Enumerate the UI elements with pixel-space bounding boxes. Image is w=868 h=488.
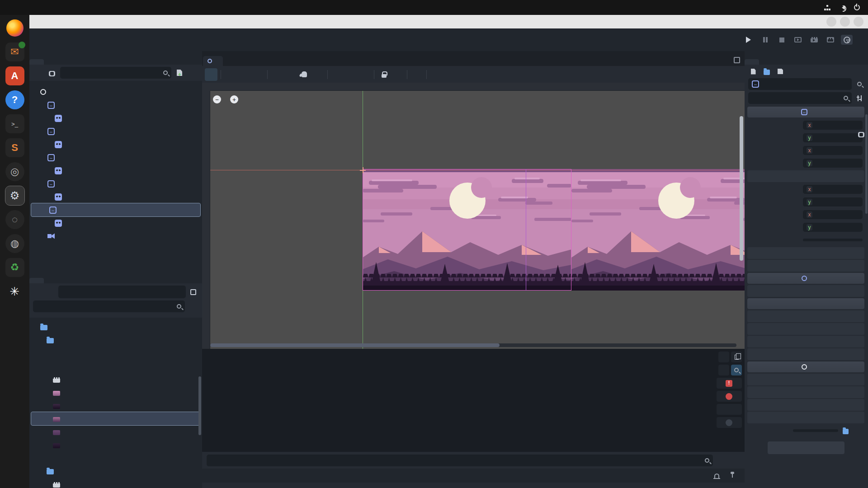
lock-button[interactable] bbox=[377, 68, 390, 81]
history-forward-icon[interactable] bbox=[841, 66, 851, 76]
category-canvasitem[interactable] bbox=[747, 298, 864, 309]
tab-script[interactable] bbox=[444, 38, 453, 42]
rotate-tool-button[interactable] bbox=[238, 68, 250, 81]
smart-snap-button[interactable] bbox=[331, 68, 344, 81]
prop-script[interactable] bbox=[746, 424, 865, 437]
section-repeat[interactable] bbox=[747, 170, 864, 182]
origin-gizmo[interactable] bbox=[360, 167, 366, 173]
window-titlebar[interactable] bbox=[29, 15, 868, 28]
category-parallax2d[interactable] bbox=[747, 107, 864, 117]
scroll-offset-y-field[interactable]: y bbox=[803, 159, 863, 168]
dock-mail[interactable]: ✉ bbox=[5, 42, 24, 61]
tab-3d[interactable] bbox=[431, 38, 440, 42]
node-selector-dropdown[interactable] bbox=[748, 78, 852, 90]
dock-settings[interactable]: ⚙ bbox=[5, 186, 24, 205]
tree-node-sprite[interactable] bbox=[29, 190, 202, 203]
autoscroll-y-field[interactable]: y bbox=[803, 223, 863, 232]
dock-app-3[interactable]: ◍ bbox=[5, 234, 24, 253]
toggle-messages[interactable] bbox=[717, 417, 742, 428]
snap-options-icon[interactable] bbox=[358, 68, 371, 81]
file-row[interactable] bbox=[29, 425, 202, 438]
file-row[interactable] bbox=[29, 451, 202, 465]
tab-history[interactable] bbox=[774, 59, 788, 65]
dock-help[interactable]: ? bbox=[5, 90, 24, 109]
network-icon[interactable] bbox=[824, 5, 830, 10]
category-node2d[interactable] bbox=[747, 273, 864, 284]
toggle-warnings[interactable] bbox=[717, 404, 742, 415]
filesystem-scrollbar[interactable] bbox=[198, 376, 201, 435]
property-tools-button[interactable] bbox=[854, 93, 864, 103]
open-docs-button[interactable] bbox=[854, 79, 864, 89]
tree-node-parallax-foreground-tree[interactable] bbox=[31, 203, 200, 216]
tab-node[interactable] bbox=[759, 59, 774, 65]
section-transform[interactable] bbox=[747, 285, 864, 297]
play-button[interactable] bbox=[743, 35, 755, 45]
play-current-scene-button[interactable] bbox=[808, 35, 820, 45]
dock-terminal[interactable]: >_ bbox=[5, 114, 24, 133]
tree-node-parallax-bg[interactable] bbox=[29, 99, 202, 112]
edit-history-icon[interactable] bbox=[854, 66, 864, 76]
fs-forward-button[interactable] bbox=[46, 286, 57, 297]
zoom-in-button[interactable]: + bbox=[230, 95, 238, 103]
tree-node-parallax-montain-far[interactable] bbox=[29, 125, 202, 138]
toggle-errors[interactable] bbox=[717, 391, 742, 402]
menu-project[interactable] bbox=[40, 37, 51, 42]
file-row-selected[interactable] bbox=[31, 412, 200, 425]
dock-recycle[interactable]: ♻ bbox=[5, 258, 24, 277]
dock-firefox[interactable] bbox=[5, 19, 24, 38]
group-button[interactable] bbox=[391, 68, 404, 81]
file-row[interactable] bbox=[29, 333, 202, 347]
prop-repeat-size[interactable]: x bbox=[746, 183, 865, 196]
play-scene-button[interactable] bbox=[792, 35, 804, 45]
section-editor-description[interactable] bbox=[747, 412, 864, 423]
prop-scroll-offset[interactable]: x bbox=[746, 144, 865, 157]
messages-filter-input[interactable] bbox=[210, 457, 702, 464]
section-physics-interpolation[interactable] bbox=[747, 386, 864, 398]
tab-debugger[interactable] bbox=[217, 474, 226, 478]
menu-debug[interactable] bbox=[51, 37, 62, 42]
prop-autoscroll-y[interactable]: y bbox=[746, 221, 865, 234]
hscroll-thumb[interactable] bbox=[210, 343, 500, 347]
file-row[interactable] bbox=[29, 386, 202, 399]
file-row[interactable] bbox=[29, 320, 202, 333]
power-icon[interactable] bbox=[854, 5, 860, 10]
fs-filter-field[interactable] bbox=[33, 300, 185, 312]
ruler-tool-button[interactable] bbox=[311, 68, 324, 81]
save-output-button[interactable] bbox=[718, 352, 729, 362]
fs-sort-button[interactable] bbox=[188, 301, 198, 312]
inspector-filter-input[interactable] bbox=[752, 95, 841, 102]
movie-maker-button[interactable] bbox=[841, 35, 853, 45]
menu-help[interactable] bbox=[73, 37, 84, 42]
menu-editor[interactable] bbox=[62, 37, 73, 42]
file-row-open-scene[interactable] bbox=[29, 373, 202, 386]
prop-autoscroll[interactable]: x bbox=[746, 208, 865, 221]
category-node[interactable] bbox=[747, 361, 864, 372]
fs-path-field[interactable] bbox=[58, 286, 186, 298]
canvas-vscrollbar[interactable] bbox=[740, 116, 743, 261]
section-override[interactable] bbox=[747, 260, 864, 272]
tab-animation[interactable] bbox=[239, 474, 248, 478]
instance-scene-button[interactable] bbox=[47, 67, 57, 78]
pan-tool-button[interactable] bbox=[298, 68, 311, 81]
tree-node-parallax-montain[interactable] bbox=[29, 151, 202, 164]
scene-tab-main[interactable] bbox=[203, 56, 223, 66]
dock-sublime[interactable]: S bbox=[5, 138, 24, 157]
autoscroll-x-field[interactable]: x bbox=[803, 210, 863, 219]
prop-repeat-times[interactable] bbox=[746, 234, 865, 246]
new-resource-button[interactable] bbox=[748, 66, 758, 76]
toggle-errors-warnings[interactable]: ! bbox=[717, 378, 742, 389]
repeat-times-field[interactable] bbox=[803, 239, 863, 241]
dock-app-2[interactable]: ◌ bbox=[5, 210, 24, 229]
section-ordering[interactable] bbox=[747, 323, 864, 335]
section-visibility[interactable] bbox=[747, 310, 864, 322]
fs-filter-input[interactable] bbox=[37, 303, 174, 310]
volume-icon[interactable] bbox=[840, 5, 845, 10]
repeat-size-y-field[interactable]: y bbox=[803, 197, 863, 206]
tree-node-sprite[interactable] bbox=[29, 164, 202, 177]
add-metadata-button[interactable] bbox=[768, 441, 844, 454]
scroll-scale-x-field[interactable]: x bbox=[803, 121, 863, 130]
scale-tool-button[interactable] bbox=[251, 68, 264, 81]
maximize-button[interactable] bbox=[840, 17, 850, 27]
tab-2d[interactable] bbox=[418, 38, 427, 42]
collapse-duplicates-button[interactable] bbox=[718, 365, 729, 375]
